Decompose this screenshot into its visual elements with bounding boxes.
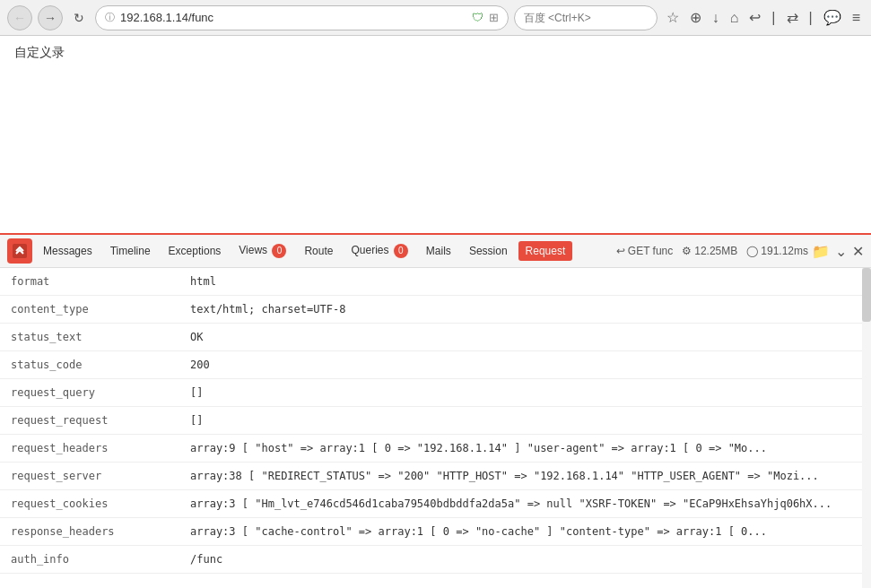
queries-badge: 0 bbox=[394, 244, 408, 258]
address-bar[interactable]: ⓘ 192.168.1.14/func 🛡 ⊞ bbox=[95, 5, 509, 30]
row-key: response_headers bbox=[0, 518, 179, 546]
search-bar[interactable] bbox=[514, 5, 658, 30]
save-icon[interactable]: ⊕ bbox=[686, 7, 705, 28]
request-table: format html content_type text/html; char… bbox=[0, 268, 871, 574]
row-value: 200 bbox=[179, 351, 871, 379]
sync-icon[interactable]: ⇄ bbox=[783, 7, 802, 28]
data-panel: format html content_type text/html; char… bbox=[0, 267, 871, 588]
arrow-icon: ↩ bbox=[616, 245, 625, 257]
page-title: 自定义录 bbox=[14, 45, 65, 59]
panel-container: format html content_type text/html; char… bbox=[0, 267, 871, 588]
row-value: [] bbox=[179, 379, 871, 407]
row-value: text/html; charset=UTF-8 bbox=[179, 296, 871, 324]
chevron-down-icon[interactable]: ⌄ bbox=[835, 243, 847, 260]
gear-icon: ⚙ bbox=[682, 245, 692, 257]
row-value: array:3 [ "cache-control" => array:1 [ 0… bbox=[179, 518, 871, 546]
table-row: request_query [] bbox=[0, 379, 871, 407]
url-text: 192.168.1.14/func bbox=[120, 11, 466, 24]
table-row: status_text OK bbox=[0, 324, 871, 351]
secure-icon: ⓘ bbox=[105, 11, 115, 24]
row-value: array:38 [ "REDIRECT_STATUS" => "200" "H… bbox=[179, 463, 871, 490]
bookmark-icon[interactable]: ☆ bbox=[663, 7, 683, 28]
forward-button[interactable]: → bbox=[38, 5, 63, 30]
debug-bar: Messages Timeline Exceptions Views 0 Rou… bbox=[0, 233, 871, 267]
menu-icon[interactable]: ≡ bbox=[849, 8, 864, 28]
shield-icon: 🛡 bbox=[472, 11, 483, 24]
table-row: auth_info /func bbox=[0, 546, 871, 574]
home-icon[interactable]: ⌂ bbox=[727, 8, 743, 28]
tab-route[interactable]: Route bbox=[297, 241, 340, 261]
row-value: [] bbox=[179, 407, 871, 435]
page-content: 自定义录 bbox=[0, 36, 871, 233]
browser-chrome: ← → ↻ ⓘ 192.168.1.14/func 🛡 ⊞ ☆ ⊕ ↓ ⌂ ↩ … bbox=[0, 0, 871, 36]
row-key: request_cookies bbox=[0, 490, 179, 518]
debug-actions: 📁 ⌄ ✕ bbox=[812, 243, 864, 260]
row-value: array:9 [ "host" => array:1 [ 0 => "192.… bbox=[179, 435, 871, 463]
views-badge: 0 bbox=[272, 244, 286, 258]
time-info: ◯ 191.12ms bbox=[746, 245, 808, 257]
row-key: request_request bbox=[0, 407, 179, 435]
chat-icon[interactable]: 💬 bbox=[820, 7, 845, 28]
row-key: format bbox=[0, 268, 179, 296]
row-key: request_server bbox=[0, 463, 179, 490]
table-row: request_cookies array:3 [ "Hm_lvt_e746cd… bbox=[0, 490, 871, 518]
row-key: status_text bbox=[0, 324, 179, 351]
row-key: status_code bbox=[0, 351, 179, 379]
row-key: auth_info bbox=[0, 546, 179, 574]
close-icon[interactable]: ✕ bbox=[852, 243, 864, 260]
table-row: request_request [] bbox=[0, 407, 871, 435]
refresh-button[interactable]: ↻ bbox=[68, 7, 90, 29]
clock-icon: ◯ bbox=[746, 245, 758, 257]
files-icon[interactable]: 📁 bbox=[812, 243, 830, 260]
table-row: response_headers array:3 [ "cache-contro… bbox=[0, 518, 871, 546]
row-key: request_query bbox=[0, 379, 179, 407]
search-input[interactable] bbox=[524, 12, 648, 24]
tab-queries[interactable]: Queries 0 bbox=[344, 240, 414, 262]
scrollbar-track[interactable] bbox=[862, 268, 871, 588]
browser-actions: ☆ ⊕ ↓ ⌂ ↩ | ⇄ | 💬 ≡ bbox=[663, 7, 864, 28]
row-key: content_type bbox=[0, 296, 179, 324]
sep1: | bbox=[768, 8, 779, 28]
tab-session[interactable]: Session bbox=[462, 241, 515, 261]
debug-logo bbox=[7, 238, 32, 264]
table-row: request_headers array:9 [ "host" => arra… bbox=[0, 435, 871, 463]
memory-info: ⚙ 12.25MB bbox=[682, 245, 737, 257]
row-key: request_headers bbox=[0, 435, 179, 463]
download-icon[interactable]: ↓ bbox=[709, 8, 723, 28]
tab-mails[interactable]: Mails bbox=[419, 241, 458, 261]
table-row: request_server array:38 [ "REDIRECT_STAT… bbox=[0, 463, 871, 490]
table-row: status_code 200 bbox=[0, 351, 871, 379]
row-value: array:3 [ "Hm_lvt_e746cd546d1caba79540bd… bbox=[179, 490, 871, 518]
table-row: content_type text/html; charset=UTF-8 bbox=[0, 296, 871, 324]
tab-messages[interactable]: Messages bbox=[36, 241, 100, 261]
method-info: ↩ GET func bbox=[616, 245, 673, 257]
row-value: OK bbox=[179, 324, 871, 351]
back-history-icon[interactable]: ↩ bbox=[745, 7, 764, 28]
scrollbar-thumb[interactable] bbox=[862, 268, 871, 322]
table-row: format html bbox=[0, 268, 871, 296]
tab-timeline[interactable]: Timeline bbox=[103, 241, 158, 261]
row-value: /func bbox=[179, 546, 871, 574]
sep2: | bbox=[806, 8, 816, 28]
grid-icon: ⊞ bbox=[489, 11, 499, 24]
row-value: html bbox=[179, 268, 871, 296]
tab-views[interactable]: Views 0 bbox=[231, 240, 293, 262]
back-button[interactable]: ← bbox=[7, 5, 32, 30]
tab-request[interactable]: Request bbox=[518, 241, 573, 261]
tab-exceptions[interactable]: Exceptions bbox=[161, 241, 229, 261]
debug-info: ↩ GET func ⚙ 12.25MB ◯ 191.12ms bbox=[616, 245, 808, 257]
